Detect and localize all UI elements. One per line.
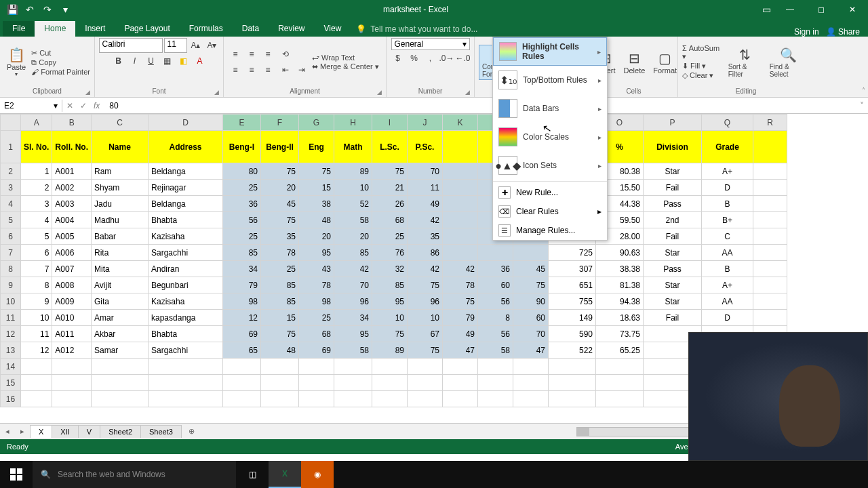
cell[interactable] [443, 212, 478, 228]
sheet-nav-next-icon[interactable]: ▸ [15, 427, 30, 436]
cell[interactable] [753, 310, 787, 326]
cell[interactable]: Begunbari [149, 277, 223, 293]
cell[interactable]: 42 [408, 261, 443, 277]
cell[interactable]: 73.75 [596, 326, 644, 342]
cell[interactable]: 60 [513, 310, 549, 326]
border-button[interactable]: ▦ [160, 54, 175, 68]
cell[interactable]: 20 [334, 228, 372, 245]
indent-dec-icon[interactable]: ⇤ [278, 62, 293, 77]
cell[interactable] [92, 375, 149, 391]
cell[interactable]: 10 [372, 310, 408, 326]
cell[interactable]: Sargachhi [149, 245, 223, 261]
cell[interactable] [223, 359, 261, 375]
header-cell[interactable] [443, 131, 478, 163]
cell[interactable]: 7 [21, 261, 52, 277]
sheet-tab-sheet2[interactable]: Sheet2 [100, 425, 141, 438]
header-cell[interactable]: Division [644, 131, 702, 163]
cell[interactable]: 43 [299, 261, 334, 277]
cell[interactable]: 75 [299, 163, 334, 180]
cell[interactable]: 21 [372, 180, 408, 196]
cell[interactable]: 85 [334, 245, 372, 261]
cell[interactable]: 47 [513, 342, 549, 359]
cell[interactable] [92, 391, 149, 407]
cell[interactable]: Mita [92, 261, 149, 277]
header-cell[interactable]: Eng [299, 131, 334, 163]
tab-data[interactable]: Data [233, 21, 269, 37]
enter-fx-icon[interactable]: ✓ [80, 101, 87, 110]
cell[interactable] [478, 391, 513, 407]
col-header[interactable]: G [299, 115, 334, 131]
cell[interactable]: 32 [372, 261, 408, 277]
cell[interactable]: Amar [92, 310, 149, 326]
cell[interactable]: 5 [21, 228, 52, 245]
font-size-combo[interactable]: 11 [164, 38, 187, 53]
align-top-icon[interactable]: ≡ [228, 47, 243, 62]
cell[interactable] [443, 180, 478, 196]
cell[interactable]: 49 [443, 326, 478, 342]
qat-more-icon[interactable]: ▾ [57, 1, 73, 18]
cell[interactable]: 75 [261, 212, 299, 228]
header-cell[interactable]: Beng-II [261, 131, 299, 163]
cell[interactable]: 67 [408, 326, 443, 342]
cell[interactable]: 10 [408, 310, 443, 326]
font-name-combo[interactable]: Calibri [99, 38, 163, 53]
cf-icon-sets[interactable]: ●▲◆Icon Sets▸ [493, 151, 607, 180]
redo-icon[interactable]: ↷ [39, 1, 56, 18]
cell[interactable] [443, 245, 478, 261]
col-header[interactable]: R [753, 115, 787, 131]
fill-button[interactable]: ⬇ Fill ▾ [682, 62, 723, 70]
orientation-icon[interactable]: ⟲ [278, 47, 293, 62]
tab-view[interactable]: View [315, 21, 351, 37]
cell[interactable] [408, 375, 443, 391]
cell[interactable]: 20 [261, 180, 299, 196]
cell[interactable]: 8 [478, 310, 513, 326]
tab-insert[interactable]: Insert [75, 21, 115, 37]
cell[interactable]: Fail [644, 310, 702, 326]
shrink-font-icon[interactable]: A▾ [205, 38, 220, 53]
cell[interactable] [52, 359, 92, 375]
undo-icon[interactable]: ↶ [22, 1, 38, 18]
cell[interactable] [443, 375, 478, 391]
cell[interactable]: 98 [299, 293, 334, 310]
cell[interactable]: 48 [261, 342, 299, 359]
cell[interactable] [753, 163, 787, 180]
align-center-icon[interactable]: ≡ [244, 62, 259, 77]
cell[interactable]: A011 [52, 326, 92, 342]
cell[interactable] [549, 359, 596, 375]
cell[interactable] [753, 277, 787, 293]
cell[interactable] [21, 359, 52, 375]
cell[interactable]: 20 [299, 228, 334, 245]
header-cell[interactable]: Grade [702, 131, 753, 163]
cell[interactable]: 75 [513, 277, 549, 293]
taskbar-excel-icon[interactable]: X [269, 461, 301, 488]
expand-fx-icon[interactable]: ˅ [856, 101, 868, 110]
cell[interactable]: A001 [52, 163, 92, 180]
cell[interactable]: 89 [372, 342, 408, 359]
cell[interactable]: B [702, 261, 753, 277]
cut-button[interactable]: ✂ Cut [31, 49, 90, 58]
cell[interactable]: A004 [52, 212, 92, 228]
cell[interactable]: 65.25 [596, 342, 644, 359]
tab-file[interactable]: File [3, 21, 35, 37]
cf-clear-rules[interactable]: ⌫Clear Rules▸ [493, 202, 607, 221]
cell[interactable]: A009 [52, 293, 92, 310]
tell-me-input[interactable]: 💡Tell me what you want to do... [351, 22, 794, 37]
autosum-button[interactable]: Σ AutoSum ▾ [682, 44, 723, 61]
cell[interactable]: 34 [223, 261, 261, 277]
cell[interactable]: 95 [334, 326, 372, 342]
cell[interactable] [92, 359, 149, 375]
cell[interactable]: 12 [21, 342, 52, 359]
cell[interactable] [334, 359, 372, 375]
underline-button[interactable]: U [144, 54, 159, 68]
cell[interactable]: 36 [223, 196, 261, 212]
cell[interactable]: 85 [261, 277, 299, 293]
wrap-text-button[interactable]: ⮐ Wrap Text [312, 54, 379, 62]
row-header[interactable]: 8 [1, 261, 21, 277]
cell[interactable]: A003 [52, 196, 92, 212]
cf-manage-rules[interactable]: ☰Manage Rules... [493, 221, 607, 240]
percent-icon[interactable]: % [407, 51, 422, 66]
row-header[interactable]: 2 [1, 163, 21, 180]
cell[interactable] [596, 391, 644, 407]
save-icon[interactable]: 💾 [4, 1, 20, 18]
cell[interactable]: 58 [478, 342, 513, 359]
